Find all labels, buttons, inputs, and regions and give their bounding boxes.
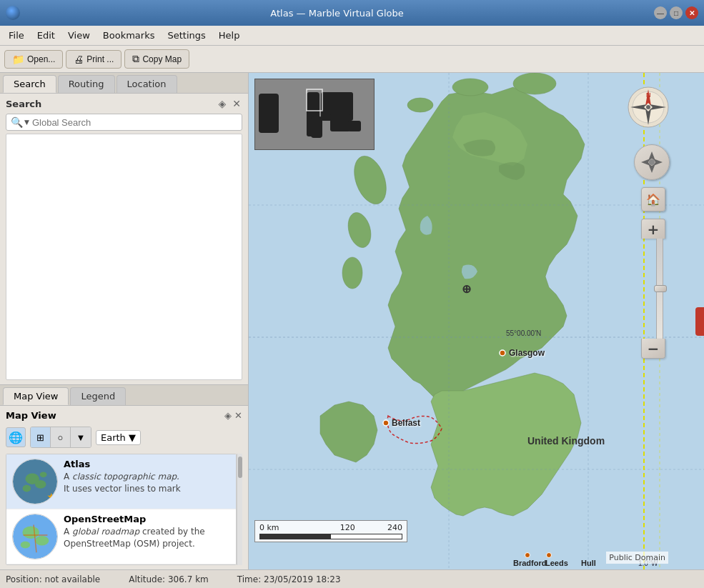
red-side-tab[interactable] — [695, 307, 704, 336]
open-button[interactable]: 📁 Open... — [4, 50, 63, 69]
svg-text:⊕: ⊕ — [462, 283, 471, 295]
flat-view-button[interactable]: ⊞ — [31, 427, 51, 447]
menu-bookmarks[interactable]: Bookmarks — [97, 28, 161, 43]
sphere-view-button[interactable]: ○ — [51, 427, 71, 447]
svg-point-33 — [383, 420, 389, 426]
zoom-in-button[interactable]: + — [641, 219, 665, 239]
map-view-header: Map View ◈ ✕ — [6, 410, 242, 421]
earth-label: Earth — [101, 432, 126, 443]
scale-mid: 120 — [340, 523, 355, 532]
app-icon — [6, 6, 20, 20]
svg-rect-47 — [330, 114, 350, 131]
titlebar-title: Atlas — Marble Virtual Globe — [20, 8, 654, 19]
map-controls-row: 🌐 ⊞ ○ ▼ Earth ▼ — [6, 427, 242, 448]
search-header: Search ◈ ✕ — [6, 98, 242, 109]
tab-search[interactable]: Search — [3, 75, 56, 93]
close-search-icon[interactable]: ✕ — [231, 98, 242, 109]
svg-text:N: N — [646, 91, 651, 99]
titlebar: Atlas — Marble Virtual Globe — □ ✕ — [0, 0, 704, 26]
atlas-info: Atlas A classic topographic map. It uses… — [64, 459, 230, 504]
copy-map-label: Copy Map — [142, 54, 182, 64]
map-view-header-icons: ◈ ✕ — [224, 410, 242, 421]
tab-routing[interactable]: Routing — [58, 75, 115, 93]
position-status: Position: not available — [6, 574, 100, 584]
star-icon: ★ — [46, 491, 56, 502]
search-panel: Search ◈ ✕ 🔍 ▼ — [0, 94, 248, 384]
svg-point-15 — [407, 98, 433, 112]
menu-view[interactable]: View — [62, 28, 96, 43]
menu-help[interactable]: Help — [213, 28, 246, 43]
map-view-label: Map View — [6, 410, 56, 421]
left-panel: Search Routing Location Search ◈ ✕ 🔍 ▼ — [0, 73, 249, 569]
maximize-button[interactable]: □ — [670, 6, 683, 19]
pin-icon[interactable]: ◈ — [217, 98, 228, 109]
copy-map-button[interactable]: ⧉ Copy Map — [124, 49, 189, 69]
compass-rose: N — [627, 86, 670, 129]
svg-text:Bradford: Bradford — [513, 559, 546, 567]
svg-text:Hull: Hull — [581, 559, 596, 567]
search-icon-area[interactable]: 🔍 ▼ — [11, 116, 29, 128]
svg-point-38 — [547, 553, 552, 558]
tab-legend[interactable]: Legend — [70, 387, 126, 405]
zoom-slider-track[interactable] — [656, 239, 663, 339]
minimize-button[interactable]: — — [654, 6, 667, 19]
view-options-group: ⊞ ○ ▼ — [30, 427, 91, 448]
svg-point-3 — [23, 485, 31, 492]
earth-dropdown[interactable]: Earth ▼ — [96, 430, 141, 445]
window-controls: — □ ✕ — [654, 6, 698, 19]
map-area[interactable]: 55°00.00'N 1.0°W Glasgow Belfast ⊕ Unite… — [249, 73, 704, 569]
svg-point-57 — [646, 105, 650, 109]
menu-settings[interactable]: Settings — [162, 28, 211, 43]
map-view-close-icon[interactable]: ✕ — [234, 410, 242, 421]
print-button[interactable]: 🖨 Print ... — [66, 50, 122, 69]
search-header-icons: ◈ ✕ — [217, 98, 242, 109]
tab-map-view[interactable]: Map View — [3, 387, 69, 405]
osm-desc: A global roadmap created by the OpenStre… — [64, 526, 230, 550]
osm-info: OpenStreetMap A global roadmap created b… — [64, 514, 230, 559]
tab-location[interactable]: Location — [116, 75, 177, 93]
svg-point-37 — [525, 553, 530, 558]
home-button[interactable]: 🏠 — [641, 187, 665, 211]
search-label: Search — [6, 99, 41, 109]
globe-view-button[interactable]: 🌐 — [6, 427, 26, 447]
scrollbar-thumb — [238, 457, 242, 478]
menu-edit[interactable]: Edit — [31, 28, 61, 43]
svg-rect-49 — [348, 121, 361, 131]
list-item[interactable]: ★ Atlas A classic topographic map. It us… — [6, 454, 236, 509]
close-button[interactable]: ✕ — [685, 6, 698, 19]
statusbar: Position: not available Altitude: 306.7 … — [0, 569, 704, 588]
map-list: ★ Atlas A classic topographic map. It us… — [6, 454, 237, 565]
svg-text:Glasgow: Glasgow — [509, 348, 545, 358]
map-list-scrollbar[interactable] — [237, 454, 242, 565]
scale-labels: 0 km 120 240 — [259, 523, 402, 532]
nav-circle[interactable] — [634, 144, 670, 180]
svg-point-8 — [21, 542, 31, 549]
list-item[interactable]: OpenStreetMap A global roadmap created b… — [6, 509, 236, 564]
zoom-out-button[interactable]: − — [641, 339, 665, 359]
osm-name: OpenStreetMap — [64, 514, 230, 524]
titlebar-left — [6, 6, 20, 20]
menu-file[interactable]: File — [3, 28, 30, 43]
map-view-pin-icon[interactable]: ◈ — [224, 410, 232, 421]
print-label: Print ... — [86, 54, 114, 64]
svg-point-18 — [342, 257, 362, 289]
printer-icon: 🖨 — [74, 54, 84, 65]
svg-text:Leeds: Leeds — [545, 559, 568, 567]
toolbar: 📁 Open... 🖨 Print ... ⧉ Copy Map — [0, 46, 704, 73]
options-dropdown-button[interactable]: ▼ — [71, 427, 91, 447]
open-label: Open... — [27, 54, 55, 64]
scale-left: 0 km — [259, 523, 279, 532]
svg-point-2 — [35, 480, 46, 489]
menubar: File Edit View Bookmarks Settings Help — [0, 26, 704, 46]
binoculars-icon: 🔍 — [11, 116, 23, 128]
search-input[interactable] — [32, 117, 237, 128]
scale-graphic — [259, 534, 402, 539]
time-status: Time: 23/05/2019 18:23 — [237, 574, 341, 584]
svg-point-19 — [513, 73, 556, 94]
search-input-row: 🔍 ▼ — [6, 114, 242, 131]
watermark: Public Domain — [606, 552, 668, 564]
map-list-container: ★ Atlas A classic topographic map. It us… — [6, 454, 242, 565]
scale-bar-inner: 0 km 120 240 — [259, 523, 402, 539]
bottom-tabs: Map View Legend — [0, 384, 248, 406]
folder-icon: 📁 — [12, 54, 24, 65]
